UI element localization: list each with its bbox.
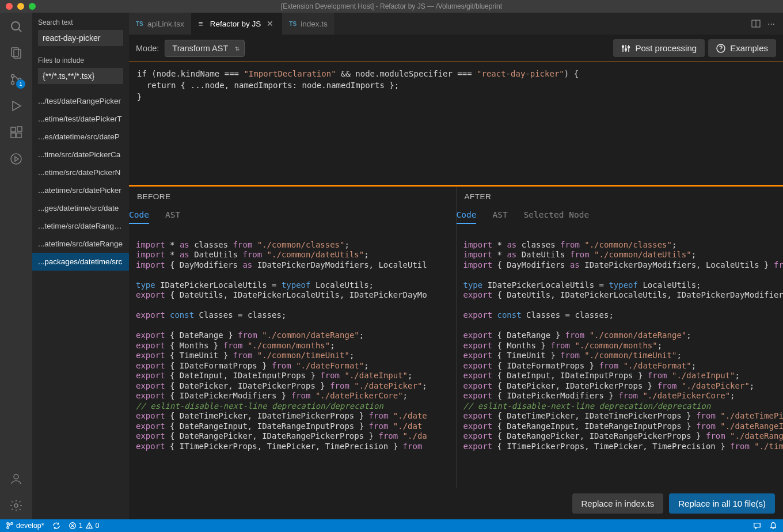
warning-count: 0 [96,522,100,530]
after-tab-ast[interactable]: AST [492,210,507,224]
settings-icon[interactable] [8,497,24,514]
svg-point-5 [12,82,14,85]
svg-point-12 [11,154,21,164]
svg-rect-10 [17,133,21,138]
svg-marker-13 [15,157,18,161]
source-control-icon[interactable]: 1 [8,71,24,88]
tab-apilink[interactable]: TS apiLink.tsx [129,13,192,35]
tab-label: index.ts [301,20,328,28]
tab-refactor[interactable]: ≡ Refactor by JS ✕ [192,13,283,35]
replace-current-button[interactable]: Replace in index.ts [572,493,664,514]
minimize-window-button[interactable] [17,3,24,10]
bell-icon[interactable] [769,522,777,530]
feedback-icon[interactable] [753,522,761,530]
before-tab-ast[interactable]: AST [165,210,180,224]
traffic-lights [0,3,36,10]
after-tabs: Code AST Selected Node [457,207,784,224]
list-item[interactable]: ...ges/datetime/src/date [32,199,129,217]
tab-label: Refactor by JS [210,20,261,28]
list-item[interactable]: ...es/datetime/src/dateP [32,128,129,146]
svg-point-22 [625,48,627,50]
menu-icon: ≡ [199,20,207,28]
before-tabs: Code AST [129,207,456,224]
branch-button[interactable]: develop* [6,522,44,530]
close-window-button[interactable] [6,3,13,10]
problems-button[interactable]: 1 0 [69,522,100,530]
close-tab-icon[interactable]: ✕ [267,19,275,28]
list-item[interactable]: ...time/src/datePickerCa [32,146,129,164]
files-include-input[interactable] [38,68,123,84]
after-tab-code[interactable]: Code [457,210,477,224]
list-item[interactable]: ...etime/test/datePickerT [32,110,129,128]
tab-label: apiLink.tsx [147,20,184,28]
maximize-window-button[interactable] [29,3,36,10]
post-processing-button[interactable]: Post processing [613,39,705,57]
before-tab-code[interactable]: Code [129,210,149,224]
files-include-label: Files to include [32,51,129,67]
explorer-icon[interactable] [8,45,24,61]
replace-all-button[interactable]: Replace in all 10 file(s) [669,493,775,514]
accounts-icon[interactable] [8,471,24,487]
before-code[interactable]: import * as classes from "./common/class… [129,224,456,488]
split-editor-icon[interactable] [751,19,761,28]
svg-point-15 [14,504,18,507]
file-results-list: .../test/dateRangePicker ...etime/test/d… [32,92,129,271]
refactor-toolbar: Mode: Transform AST ⇅ Post processing Ex… [129,35,783,62]
window-titlebar: [Extension Development Host] - Refactor … [0,0,783,13]
svg-point-4 [12,75,14,78]
svg-point-25 [7,523,9,525]
svg-point-32 [89,527,89,527]
more-actions-icon[interactable]: ⋯ [767,20,775,28]
tab-index[interactable]: TS index.ts [282,13,335,35]
svg-rect-8 [11,127,16,132]
after-panel: AFTER Code AST Selected Node import * as… [457,187,784,488]
debug-icon[interactable] [8,98,24,114]
svg-point-0 [12,22,20,30]
list-item[interactable]: ...tetime/src/dateRangeP [32,217,129,235]
sidebar: Search text Files to include .../test/da… [32,13,129,519]
list-item[interactable]: ...atetime/src/datePicker [32,181,129,199]
svg-point-21 [622,45,624,47]
list-item[interactable]: ...etime/src/datePickerN [32,164,129,181]
window-title: [Extension Development Host] - Refactor … [281,2,502,10]
editor-tabs: TS apiLink.tsx ≡ Refactor by JS ✕ TS ind… [129,13,783,35]
svg-point-27 [11,523,13,525]
search-text-label: Search text [32,13,129,29]
help-icon [716,44,725,53]
before-header: BEFORE [129,187,456,207]
after-tab-selected[interactable]: Selected Node [524,210,590,224]
mode-select-value: Transform AST [172,44,228,53]
branch-name: develop* [16,522,44,530]
svg-marker-7 [13,101,21,111]
list-item[interactable]: ...packages/datetime/src [32,253,129,271]
examples-button[interactable]: Examples [708,39,776,57]
activity-bar: 1 [0,13,32,519]
transform-code-editor[interactable]: if (node.kindName === "ImportDeclaration… [129,62,783,185]
mode-select[interactable]: Transform AST ⇅ [165,40,245,57]
mode-label: Mode: [136,44,159,53]
list-item[interactable]: ...atetime/src/dateRange [32,235,129,253]
error-count: 1 [79,522,83,530]
post-processing-label: Post processing [635,43,697,53]
svg-rect-11 [17,127,22,131]
status-bar: develop* 1 0 [0,519,783,532]
after-code[interactable]: import * as classes from "./common/class… [457,224,784,488]
svg-point-23 [628,46,630,48]
chevron-updown-icon: ⇅ [235,45,240,51]
scm-badge: 1 [16,79,25,89]
refactor-icon[interactable] [8,151,24,167]
search-icon[interactable] [8,18,24,35]
after-header: AFTER [457,187,784,207]
ts-file-icon: TS [136,20,144,28]
search-text-input[interactable] [38,30,123,46]
action-buttons: Replace in index.ts Replace in all 10 fi… [129,488,783,519]
list-item[interactable]: .../test/dateRangePicker [32,92,129,110]
examples-label: Examples [730,43,768,53]
svg-point-14 [14,474,18,479]
sliders-icon [621,44,630,53]
sync-button[interactable] [52,522,60,530]
extensions-icon[interactable] [8,124,24,140]
ts-file-icon: TS [289,20,297,28]
before-panel: BEFORE Code AST import * as classes from… [129,187,457,488]
svg-point-26 [7,527,9,529]
